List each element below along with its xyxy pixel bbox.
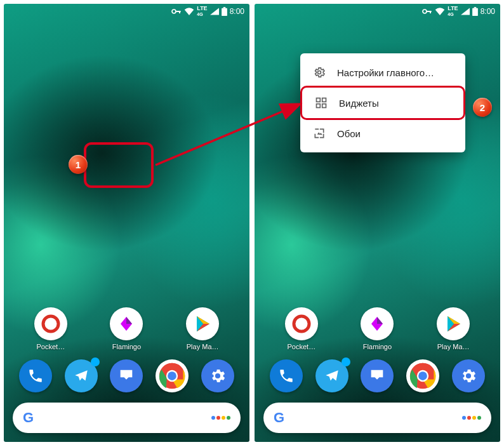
svg-rect-11 <box>430 11 431 13</box>
wallpaper-icon <box>313 127 326 140</box>
phone-screen-right: LTE 4G 8:00 Настройки главного… <box>255 4 500 442</box>
home-context-menu: Настройки главного… Виджеты Обои <box>300 53 465 152</box>
svg-rect-12 <box>472 8 478 16</box>
svg-rect-4 <box>223 7 225 8</box>
dock <box>263 359 491 392</box>
chrome-icon <box>158 362 186 390</box>
pocket-icon <box>41 314 60 333</box>
notification-badge <box>91 357 100 366</box>
svg-rect-3 <box>222 8 227 16</box>
app-phone[interactable] <box>265 359 308 392</box>
notification-badge <box>342 357 350 366</box>
svg-point-19 <box>294 316 309 331</box>
svg-rect-15 <box>317 98 321 102</box>
svg-point-22 <box>418 371 427 380</box>
app-settings[interactable] <box>447 359 490 392</box>
app-settings[interactable] <box>196 359 239 392</box>
pocket-icon <box>292 314 311 333</box>
battery-icon <box>472 7 478 16</box>
phone-icon <box>27 368 44 384</box>
step-marker-1: 1 <box>69 155 88 174</box>
assistant-icon[interactable] <box>462 416 481 420</box>
menu-wallpaper[interactable]: Обои <box>300 118 465 149</box>
gear-icon <box>313 66 326 79</box>
signal-icon <box>210 8 219 15</box>
signal-icon <box>461 8 470 15</box>
home-apps: Pocket… Flamingo Play Ma… <box>4 307 249 392</box>
svg-point-14 <box>318 71 321 74</box>
app-flamingo[interactable]: Flamingo <box>355 307 399 350</box>
app-phone[interactable] <box>14 359 57 392</box>
home-apps: Pocket… Flamingo Play Ma… <box>255 307 500 392</box>
network-type-icon: LTE 4G <box>448 6 458 17</box>
chrome-icon <box>409 362 437 390</box>
google-logo-icon: G <box>23 410 34 426</box>
step-marker-2: 2 <box>473 98 492 117</box>
inbox-icon <box>368 367 386 385</box>
svg-rect-17 <box>317 104 321 108</box>
app-pocket[interactable]: Pocket… <box>29 307 72 350</box>
phone-icon <box>278 368 295 384</box>
app-inbox[interactable] <box>105 359 148 392</box>
play-store-icon <box>445 315 461 333</box>
app-play-store[interactable]: Play Ma… <box>432 307 475 350</box>
svg-point-9 <box>423 10 427 13</box>
callout-box-1 <box>84 142 154 188</box>
svg-point-5 <box>43 316 58 331</box>
app-chrome[interactable] <box>401 359 444 392</box>
battery-icon <box>222 7 227 16</box>
menu-home-settings[interactable]: Настройки главного… <box>300 57 465 88</box>
vpn-key-icon <box>422 8 432 15</box>
app-inbox[interactable] <box>355 359 399 392</box>
svg-point-0 <box>172 10 176 13</box>
telegram-icon <box>73 368 90 384</box>
status-bar: LTE 4G 8:00 <box>255 4 500 19</box>
status-time: 8:00 <box>230 7 244 16</box>
wifi-icon <box>184 8 194 15</box>
telegram-icon <box>324 368 340 384</box>
phone-screen-left: LTE 4G 8:00 Pocket… <box>4 4 249 442</box>
app-row: Pocket… Flamingo Play Ma… <box>263 307 491 350</box>
svg-rect-18 <box>322 104 326 108</box>
wifi-icon <box>435 8 445 15</box>
menu-label: Настройки главного… <box>337 67 434 78</box>
vpn-key-icon <box>171 8 182 15</box>
network-type-icon: LTE 4G <box>197 6 207 17</box>
widgets-icon <box>315 97 328 109</box>
svg-rect-2 <box>179 11 180 13</box>
menu-label: Обои <box>337 128 361 139</box>
app-play-store[interactable]: Play Ma… <box>181 307 224 350</box>
status-time: 8:00 <box>481 7 495 16</box>
app-telegram[interactable] <box>60 359 103 392</box>
assistant-icon[interactable] <box>211 416 230 420</box>
app-pocket[interactable]: Pocket… <box>280 307 323 350</box>
status-bar: LTE 4G 8:00 <box>4 4 249 19</box>
app-flamingo[interactable]: Flamingo <box>105 307 148 350</box>
flamingo-icon <box>118 316 135 332</box>
app-chrome[interactable] <box>150 359 194 392</box>
svg-rect-16 <box>322 98 326 102</box>
menu-label: Виджеты <box>339 98 379 109</box>
settings-gear-icon <box>460 367 477 385</box>
svg-point-8 <box>168 371 176 380</box>
settings-gear-icon <box>209 367 227 385</box>
google-logo-icon: G <box>274 410 284 426</box>
play-store-icon <box>194 315 211 333</box>
menu-widgets[interactable]: Виджеты <box>300 86 465 120</box>
flamingo-icon <box>369 316 385 332</box>
google-search-bar[interactable]: G <box>263 403 491 433</box>
svg-rect-13 <box>474 7 476 8</box>
dock <box>13 359 241 392</box>
google-search-bar[interactable]: G <box>13 403 241 433</box>
app-telegram[interactable] <box>310 359 354 392</box>
inbox-icon <box>117 367 135 385</box>
app-row: Pocket… Flamingo Play Ma… <box>13 307 241 350</box>
